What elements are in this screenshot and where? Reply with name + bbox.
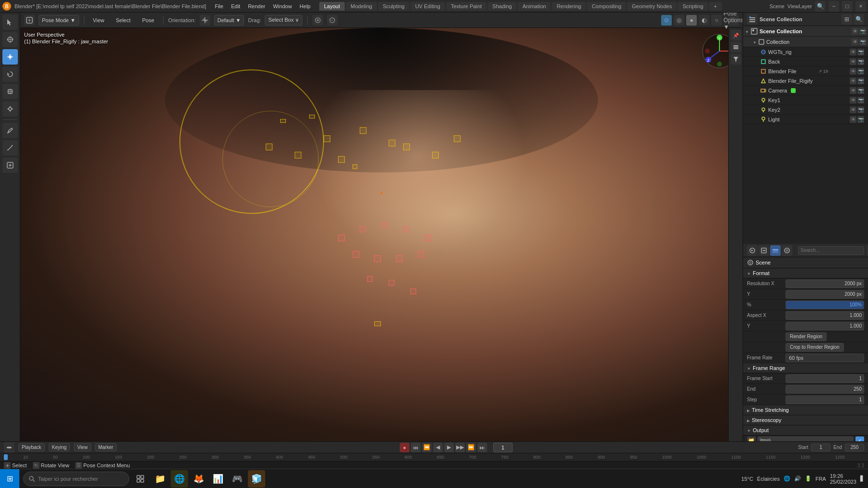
taskbar-show-desktop[interactable]: ▋: [860, 475, 864, 482]
bone-handle-3[interactable]: [324, 135, 330, 142]
snap-icon[interactable]: [312, 15, 323, 26]
render-item-7[interactable]: 📷: [857, 106, 864, 113]
transform-tool[interactable]: [2, 101, 18, 117]
eye-item-6[interactable]: 👁: [850, 97, 856, 104]
tab-rendering[interactable]: Rendering: [552, 2, 586, 11]
end-frame-input[interactable]: [845, 444, 864, 451]
menu-edit[interactable]: Edit: [227, 2, 244, 10]
frame-start-input[interactable]: [786, 374, 864, 383]
tab-sculpting[interactable]: Sculpting: [378, 2, 409, 11]
mode-dropdown[interactable]: Pose Mode ▼: [39, 15, 79, 26]
pin-icon[interactable]: 📌: [731, 30, 741, 40]
step-fwd2-btn[interactable]: ⏩: [466, 443, 476, 452]
start-button[interactable]: ⊞: [0, 469, 19, 488]
drag-dropdown[interactable]: Select Box ∨: [265, 15, 302, 26]
jump-end-btn[interactable]: ⏭: [477, 443, 487, 452]
shading-material[interactable]: ◐: [699, 15, 709, 26]
frame-range-section[interactable]: Frame Range: [743, 363, 868, 373]
measure-tool[interactable]: [2, 140, 18, 156]
aspect-x-input[interactable]: [786, 311, 864, 320]
frame-step-input[interactable]: [786, 396, 864, 404]
bone-brow-1[interactable]: [280, 119, 286, 123]
window-close[interactable]: ×: [855, 1, 866, 12]
menu-render[interactable]: Render: [244, 2, 269, 10]
shading-render[interactable]: ○: [711, 15, 722, 26]
bone-red-1[interactable]: [338, 235, 345, 241]
time-stretching-section[interactable]: Time Stretching: [743, 405, 868, 415]
tab-uv-editing[interactable]: UV Editing: [410, 2, 445, 11]
format-section-header[interactable]: Format: [743, 268, 868, 278]
taskbar-app4[interactable]: 📊: [209, 470, 227, 488]
bone-handle-4[interactable]: [338, 156, 345, 163]
tab-layout[interactable]: Layout: [319, 2, 345, 11]
play-btn[interactable]: ▶: [444, 443, 454, 452]
frame-rate-dropdown[interactable]: 60 fps: [786, 354, 864, 362]
shading-solid[interactable]: ●: [686, 15, 697, 26]
bone-handle-8[interactable]: [403, 144, 410, 150]
outliner-item-wgts[interactable]: WGTs_rig 👁 📷: [743, 47, 868, 57]
tab-add[interactable]: +: [709, 2, 721, 11]
bone-red-8[interactable]: [396, 255, 403, 262]
filter-icon[interactable]: [731, 54, 741, 65]
bone-handle-2[interactable]: [295, 152, 301, 158]
bone-handle-10[interactable]: [454, 135, 461, 142]
bone-red-5[interactable]: [425, 235, 432, 241]
bone-red-2[interactable]: [360, 226, 366, 232]
outliner-item-key1[interactable]: Key1 👁 📷: [743, 95, 868, 105]
search-global-btn[interactable]: 🔍: [815, 1, 826, 12]
select-menu[interactable]: Select: [112, 16, 135, 24]
add-tool[interactable]: [2, 158, 18, 173]
step-prev-btn[interactable]: ◀: [433, 443, 443, 452]
step-fwd-btn[interactable]: ▶▶: [455, 443, 465, 452]
bone-red-3[interactable]: [381, 222, 387, 228]
menu-file[interactable]: File: [211, 2, 227, 10]
frame-end-input[interactable]: [786, 385, 864, 394]
render-item-3[interactable]: 📷: [857, 68, 864, 75]
render-item-4[interactable]: 📷: [857, 78, 864, 84]
collection-header[interactable]: Collection 👁 📷: [743, 37, 868, 47]
taskbar-blender[interactable]: 🧊: [248, 470, 265, 488]
props-tab-scene[interactable]: [782, 245, 792, 256]
props-tab-viewlayer[interactable]: [770, 245, 781, 256]
orientation-icon[interactable]: [200, 15, 210, 26]
bone-handle-1[interactable]: [266, 144, 272, 150]
xray-icon[interactable]: ◎: [674, 15, 684, 26]
bone-red-7[interactable]: [374, 255, 381, 262]
eye-item-2[interactable]: 👁: [850, 58, 856, 65]
bone-red-chin-2[interactable]: [389, 280, 394, 286]
taskbar-search-box[interactable]: Taiper ici pour rechercher: [23, 472, 129, 486]
view-tl-btn[interactable]: View: [74, 443, 91, 451]
render-item-2[interactable]: 📷: [857, 58, 864, 65]
render-item-1[interactable]: 📷: [857, 49, 864, 55]
annotate-tool[interactable]: [2, 123, 18, 138]
pose-options-btn[interactable]: Pose Options ▼: [728, 15, 739, 26]
outliner-item-rigify[interactable]: Blender File_Rigify 👁 📷: [743, 76, 868, 86]
outliner-type-icon[interactable]: [747, 14, 758, 25]
eye-item-3[interactable]: 👁: [850, 68, 856, 75]
output-section-header[interactable]: Output: [743, 425, 868, 435]
cursor-tool[interactable]: [2, 32, 18, 47]
crop-region-btn[interactable]: Crop to Render Region: [786, 343, 844, 352]
search-outliner-btn[interactable]: 🔍: [854, 14, 864, 25]
eye-item-8[interactable]: 👁: [850, 116, 856, 123]
eye-item-4[interactable]: 👁: [850, 78, 856, 84]
scale-tool[interactable]: [2, 84, 18, 99]
taskbar-file-explorer[interactable]: 📁: [151, 470, 169, 488]
render-item-5[interactable]: 📷: [857, 87, 864, 94]
pose-context-status[interactable]: ☰ Pose Context Menu: [75, 462, 130, 469]
orientation-dropdown[interactable]: Default ▼: [214, 15, 244, 26]
output-path-confirm[interactable]: ✓: [855, 436, 864, 442]
viewport[interactable]: User Perspective (1) Blender File_Rigify…: [20, 28, 743, 441]
eye-coll-icon[interactable]: 👁: [852, 39, 858, 45]
tab-modeling[interactable]: Modeling: [346, 2, 377, 11]
move-tool[interactable]: [2, 49, 18, 65]
props-tab-output[interactable]: [759, 245, 769, 256]
proportional-icon[interactable]: [327, 15, 338, 26]
menu-window[interactable]: Window: [269, 2, 296, 10]
eye-icon[interactable]: 👁: [852, 28, 858, 35]
bone-red-chin-1[interactable]: [367, 276, 373, 282]
menu-help[interactable]: Help: [296, 2, 314, 10]
outliner-item-key2[interactable]: Key2 👁 📷: [743, 105, 868, 115]
window-maximize[interactable]: □: [842, 1, 853, 12]
props-search-input[interactable]: [798, 246, 864, 255]
